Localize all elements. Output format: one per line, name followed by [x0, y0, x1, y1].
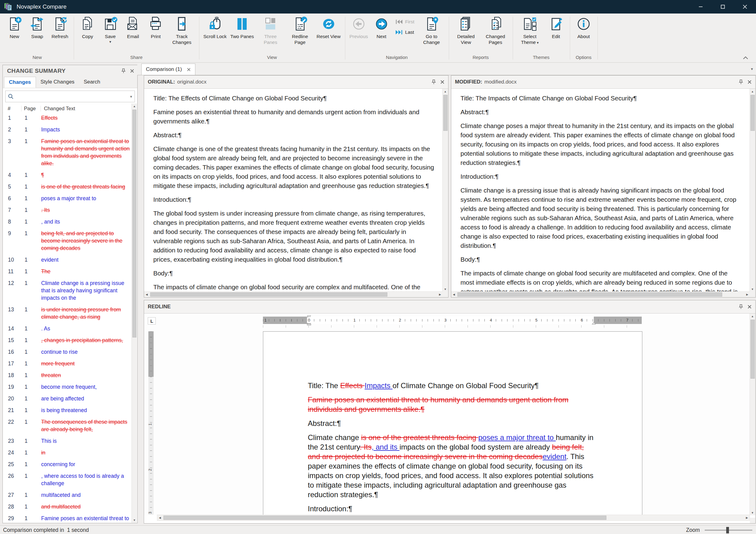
scroll-up-icon[interactable]: ▲ — [443, 89, 448, 94]
redline-document[interactable]: Title: The Effects Impacts of Climate Ch… — [263, 332, 642, 515]
pin-icon[interactable] — [739, 304, 743, 309]
pin-icon[interactable] — [122, 68, 126, 73]
change-row[interactable]: 71. Its — [3, 204, 132, 216]
right-indent-marker[interactable] — [592, 322, 596, 325]
close-icon[interactable] — [747, 80, 752, 84]
scroll-right-icon[interactable]: ▶ — [744, 515, 749, 520]
search-combobox[interactable]: ▾ — [5, 91, 135, 102]
change-row[interactable]: 291Famine poses an existential threat to… — [3, 513, 132, 522]
ribbon-button-track-changes[interactable]: Track Changes — [167, 15, 197, 45]
change-row[interactable]: 31Famine poses an existential threat to … — [3, 135, 132, 169]
maximize-button[interactable] — [712, 0, 734, 13]
minimize-button[interactable] — [689, 0, 712, 13]
change-row[interactable]: 241in — [3, 447, 132, 459]
change-row[interactable]: 81, and its — [3, 216, 132, 227]
change-row[interactable]: 221The consequences of these impacts are… — [3, 416, 132, 435]
scrollbar-thumb[interactable] — [132, 110, 136, 337]
ribbon-button-select-theme[interactable]: Select Theme ▾ — [515, 15, 545, 46]
ribbon-button-go-to-change[interactable]: Go to Change — [417, 15, 446, 45]
pin-icon[interactable] — [432, 80, 436, 84]
pin-icon[interactable] — [739, 80, 743, 84]
ribbon-button-reset-view[interactable]: Reset View — [315, 15, 342, 39]
scroll-up-icon[interactable]: ▲ — [132, 103, 137, 109]
scrollbar-thumb[interactable] — [443, 95, 447, 131]
dropdown-arrow-icon[interactable]: ▾ — [109, 40, 111, 44]
change-row[interactable]: 41¶ — [3, 169, 132, 181]
change-row[interactable]: 101evident — [3, 254, 132, 266]
search-input[interactable] — [14, 93, 128, 99]
ribbon-button-last[interactable]: Last — [395, 30, 415, 35]
scrollbar-thumb[interactable] — [750, 320, 755, 379]
tab-stop-selector[interactable]: L — [148, 317, 156, 325]
close-icon[interactable] — [130, 69, 134, 73]
scroll-down-icon[interactable]: ▼ — [750, 286, 755, 292]
ribbon-button-first[interactable]: First — [395, 19, 415, 25]
zoom-slider[interactable] — [705, 530, 752, 531]
change-row[interactable]: 21Impacts — [3, 124, 132, 135]
scrollbar-thumb[interactable] — [150, 292, 387, 297]
change-row[interactable]: 191become more frequent, — [3, 381, 132, 393]
close-icon[interactable] — [187, 67, 191, 71]
tab-search[interactable]: Search — [79, 77, 105, 88]
change-row[interactable]: 261, where access to food is already a c… — [3, 470, 132, 489]
original-document[interactable]: Title: The Effects of Climate Change on … — [144, 89, 443, 292]
scroll-up-icon[interactable]: ▲ — [750, 89, 755, 94]
scroll-right-icon[interactable]: ▶ — [744, 292, 750, 297]
scrollbar-thumb[interactable] — [750, 95, 755, 131]
change-row[interactable]: 11Effects — [3, 112, 132, 124]
scrollbar-thumb[interactable] — [163, 516, 607, 520]
change-row[interactable]: 251concerning for — [3, 459, 132, 470]
scroll-down-icon[interactable]: ▼ — [132, 518, 137, 522]
change-row[interactable]: 141. As — [3, 323, 132, 334]
change-row[interactable]: 91being felt, and are projected to becom… — [3, 227, 132, 254]
change-row[interactable]: 61poses a major threat to — [3, 193, 132, 204]
change-row[interactable]: 201are being affected — [3, 393, 132, 404]
ribbon-button-three-panes[interactable]: Three Panes — [256, 15, 285, 45]
ribbon-button-print[interactable]: Print — [144, 15, 167, 39]
close-icon[interactable] — [440, 80, 445, 84]
modified-vertical-scrollbar[interactable]: ▲ ▼ — [749, 89, 755, 292]
change-row[interactable]: 281and multifaceted — [3, 501, 132, 513]
change-row[interactable]: 161continue to rise — [3, 346, 132, 358]
scrollbar-thumb[interactable] — [457, 292, 722, 297]
scroll-down-icon[interactable]: ▼ — [750, 510, 755, 515]
close-icon[interactable] — [747, 305, 752, 309]
change-row[interactable]: 111The — [3, 266, 132, 277]
vertical-ruler[interactable]: 123 — [148, 331, 153, 515]
change-row[interactable]: 231This is — [3, 435, 132, 447]
original-vertical-scrollbar[interactable]: ▲ ▼ — [442, 89, 448, 292]
tab-list-chevron-icon[interactable]: ▾ — [751, 67, 753, 71]
chevron-down-icon[interactable]: ▾ — [128, 94, 132, 99]
scroll-right-icon[interactable]: ▶ — [438, 292, 443, 297]
scroll-up-icon[interactable]: ▲ — [750, 313, 755, 319]
modified-horizontal-scrollbar[interactable]: ◀ ▶ — [451, 291, 750, 297]
scroll-left-icon[interactable]: ◀ — [157, 515, 163, 520]
scroll-left-icon[interactable]: ◀ — [451, 292, 456, 297]
redline-vertical-scrollbar[interactable]: ▲ ▼ — [749, 313, 755, 515]
change-row[interactable]: 171more frequent — [3, 358, 132, 369]
tab-style-changes[interactable]: Style Changes — [36, 77, 79, 88]
ribbon-button-changed-pages[interactable]: Changed Pages — [481, 15, 510, 45]
close-button[interactable] — [734, 0, 756, 13]
change-row[interactable]: 121Climate change is a pressing issue th… — [3, 277, 132, 304]
ribbon-button-redline-page[interactable]: Redline Page — [285, 15, 315, 45]
tab-changes[interactable]: Changes — [4, 77, 36, 88]
change-row[interactable]: 151, changes in precipitation patterns, — [3, 334, 132, 346]
ribbon-button-refresh[interactable]: Refresh — [48, 15, 71, 39]
original-horizontal-scrollbar[interactable]: ◀ ▶ — [144, 291, 443, 297]
change-row[interactable]: 181threaten — [3, 369, 132, 381]
change-list-scrollbar[interactable]: ▲ ▼ — [131, 103, 137, 522]
tab-comparison[interactable]: Comparison (1) — [141, 64, 195, 75]
ribbon-button-about[interactable]: About — [572, 15, 595, 39]
modified-document[interactable]: Title: The Impacts of Climate Change on … — [451, 89, 750, 292]
change-row[interactable]: 51is one of the greatest threats facing — [3, 181, 132, 193]
ribbon-button-two-panes[interactable]: Two Panes — [229, 15, 256, 39]
ribbon-button-edit[interactable]: Edit — [545, 15, 567, 39]
ribbon-button-email[interactable]: Email — [122, 15, 144, 39]
redline-horizontal-scrollbar[interactable]: ◀ ▶ — [157, 515, 750, 521]
scroll-down-icon[interactable]: ▼ — [443, 286, 448, 292]
ribbon-button-next[interactable]: Next — [370, 15, 393, 39]
ribbon-button-previous[interactable]: Previous — [347, 15, 370, 39]
ribbon-button-save[interactable]: Save▾ — [99, 15, 122, 44]
change-row[interactable]: 131is under increasing pressure from cli… — [3, 304, 132, 323]
